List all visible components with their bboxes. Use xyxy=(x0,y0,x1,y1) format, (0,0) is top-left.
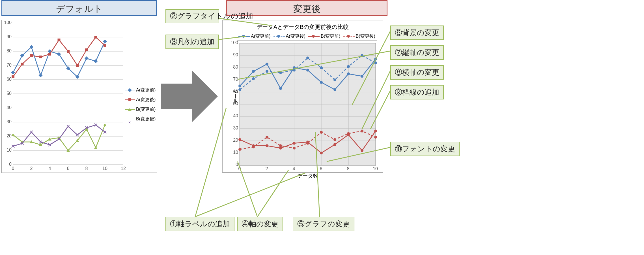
svg-marker-0 xyxy=(161,71,218,122)
plot-area-right: データ数 xyxy=(240,43,376,165)
legend-label: B(変更前) xyxy=(321,33,340,39)
svg-rect-24 xyxy=(21,63,24,65)
svg-point-108 xyxy=(266,144,268,147)
svg-point-96 xyxy=(252,77,255,80)
svg-point-109 xyxy=(279,147,282,150)
svg-point-106 xyxy=(238,138,241,141)
chart-after: データAとデータBの変更前後の比較 A(変更前) A(変更後) B(変更前) B… xyxy=(222,20,383,173)
header-default: デフォルト xyxy=(1,0,157,16)
svg-rect-23 xyxy=(12,75,14,78)
legend-item: A(変更後) xyxy=(273,32,305,40)
chart-title: データAとデータBの変更前後の比較 xyxy=(223,23,383,31)
svg-point-97 xyxy=(266,70,268,73)
callout-7: ⑦縦軸の変更 xyxy=(390,45,444,60)
svg-point-89 xyxy=(306,69,309,72)
svg-point-86 xyxy=(266,63,268,65)
svg-point-117 xyxy=(238,148,241,151)
legend-label: A(変更前) xyxy=(136,85,156,95)
chart-default: A(変更前) A(変更後) B(変更前) ×B(変更後) 01020304050… xyxy=(1,20,157,173)
svg-point-84 xyxy=(238,85,241,88)
svg-point-116 xyxy=(374,130,377,133)
callout-4: ④軸の変更 xyxy=(237,217,283,231)
svg-point-94 xyxy=(374,58,377,61)
svg-point-85 xyxy=(252,70,255,73)
svg-line-135 xyxy=(195,108,226,217)
legend-item: A(変更後) xyxy=(125,95,156,105)
legend-label: B(変更前) xyxy=(136,105,156,114)
callout-2: ②グラフタイトルの追加 xyxy=(165,9,219,23)
svg-rect-21 xyxy=(94,59,98,63)
legend-item: ×B(変更後) xyxy=(125,114,156,124)
legend-item: B(変更前) xyxy=(308,32,340,40)
svg-point-122 xyxy=(306,142,309,145)
svg-point-121 xyxy=(293,147,296,150)
legend-label: A(変更後) xyxy=(286,33,305,39)
svg-rect-29 xyxy=(67,50,70,53)
svg-point-127 xyxy=(374,136,377,139)
svg-point-95 xyxy=(238,88,241,91)
legend-item: A(変更前) xyxy=(238,32,270,40)
legend-label: B(変更後) xyxy=(356,33,375,39)
svg-point-88 xyxy=(293,66,296,69)
svg-point-119 xyxy=(266,136,268,139)
svg-rect-30 xyxy=(76,64,79,67)
svg-rect-22 xyxy=(103,39,107,43)
callout-1: ①軸ラベルの追加 xyxy=(165,217,234,231)
svg-point-93 xyxy=(361,75,363,78)
svg-point-102 xyxy=(333,78,336,81)
callout-6: ⑥背景の変更 xyxy=(390,26,444,40)
svg-point-118 xyxy=(252,146,255,148)
svg-point-124 xyxy=(333,138,336,141)
plot-area-left xyxy=(13,23,123,165)
svg-point-101 xyxy=(320,66,323,69)
svg-point-113 xyxy=(333,143,336,146)
svg-rect-28 xyxy=(58,39,61,41)
x-axis-label: データ数 xyxy=(240,173,376,179)
callout-10: ⑩フォントの変更 xyxy=(390,142,460,156)
svg-rect-20 xyxy=(85,56,89,60)
callout-8: ⑧横軸の変更 xyxy=(390,65,444,80)
svg-point-99 xyxy=(293,69,296,72)
svg-point-100 xyxy=(306,57,309,60)
svg-point-123 xyxy=(320,131,323,134)
legend-right: A(変更前) A(変更後) B(変更前) B(変更後) xyxy=(237,32,377,41)
legend-item: B(変更後) xyxy=(343,32,375,40)
callout-9: ⑨枠線の追加 xyxy=(390,85,444,99)
legend-label: A(変更前) xyxy=(251,33,270,39)
svg-rect-26 xyxy=(39,56,42,58)
svg-rect-31 xyxy=(85,48,88,51)
svg-line-136 xyxy=(195,173,305,217)
legend-label: B(変更後) xyxy=(136,114,156,124)
svg-rect-25 xyxy=(30,54,33,57)
legend-label: A(変更後) xyxy=(136,95,156,105)
svg-point-87 xyxy=(279,87,282,90)
svg-marker-43 xyxy=(94,146,98,149)
arrow-right-icon xyxy=(161,71,218,122)
svg-point-90 xyxy=(320,81,323,84)
svg-point-105 xyxy=(374,61,377,64)
svg-point-103 xyxy=(347,65,350,68)
svg-point-120 xyxy=(279,144,282,147)
svg-point-92 xyxy=(347,73,350,75)
svg-rect-12 xyxy=(11,71,15,75)
svg-rect-33 xyxy=(104,44,106,47)
svg-marker-34 xyxy=(11,133,15,136)
svg-point-126 xyxy=(361,130,363,133)
svg-point-91 xyxy=(333,88,336,91)
svg-point-125 xyxy=(347,132,350,135)
svg-rect-15 xyxy=(38,73,42,77)
svg-rect-27 xyxy=(48,53,51,56)
svg-point-112 xyxy=(320,152,323,154)
svg-rect-32 xyxy=(94,36,97,39)
callout-3: ③凡例の追加 xyxy=(165,35,219,49)
svg-point-104 xyxy=(361,54,363,57)
legend-item: A(変更前) xyxy=(125,85,156,95)
legend-left: A(変更前) A(変更後) B(変更前) ×B(変更後) xyxy=(125,85,156,124)
svg-point-115 xyxy=(361,149,363,152)
callout-5: ⑤グラフの変更 xyxy=(293,217,354,231)
legend-item: B(変更前) xyxy=(125,105,156,114)
svg-point-98 xyxy=(279,71,282,74)
svg-point-110 xyxy=(293,142,296,145)
svg-marker-44 xyxy=(103,123,107,126)
